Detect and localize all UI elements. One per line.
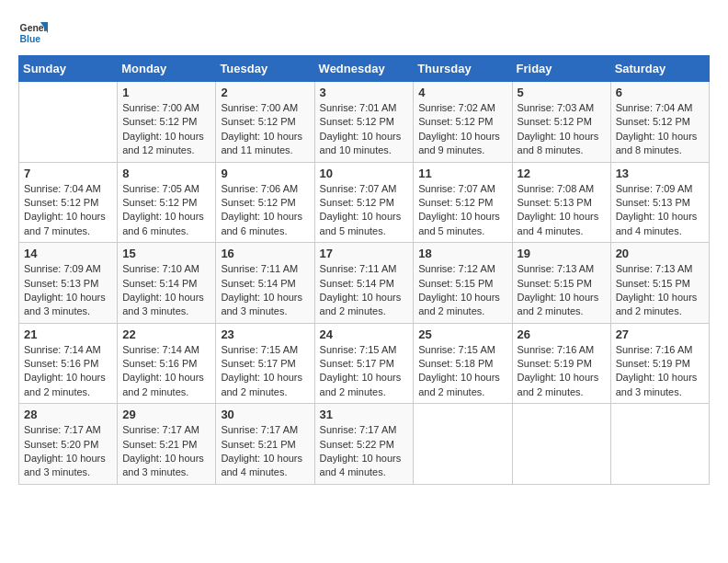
day-info: Sunrise: 7:00 AM Sunset: 5:12 PM Dayligh…	[221, 101, 309, 158]
day-number: 26	[518, 327, 606, 341]
calendar-cell: 11Sunrise: 7:07 AM Sunset: 5:12 PM Dayli…	[414, 162, 512, 243]
day-info: Sunrise: 7:13 AM Sunset: 5:15 PM Dayligh…	[518, 262, 606, 319]
day-info: Sunrise: 7:17 AM Sunset: 5:21 PM Dayligh…	[122, 423, 210, 480]
day-info: Sunrise: 7:15 AM Sunset: 5:17 PM Dayligh…	[221, 343, 309, 400]
day-number: 22	[122, 327, 210, 341]
calendar-cell: 9Sunrise: 7:06 AM Sunset: 5:12 PM Daylig…	[216, 162, 314, 243]
calendar-cell: 31Sunrise: 7:17 AM Sunset: 5:22 PM Dayli…	[314, 404, 414, 485]
calendar-cell: 30Sunrise: 7:17 AM Sunset: 5:21 PM Dayli…	[216, 404, 314, 485]
day-number: 11	[418, 167, 506, 180]
calendar-table: SundayMondayTuesdayWednesdayThursdayFrid…	[18, 55, 710, 485]
weekday-header-sunday: Sunday	[19, 56, 118, 82]
calendar-cell: 27Sunrise: 7:16 AM Sunset: 5:19 PM Dayli…	[610, 323, 709, 404]
day-number: 17	[320, 247, 409, 260]
day-info: Sunrise: 7:17 AM Sunset: 5:21 PM Dayligh…	[221, 423, 309, 480]
calendar-cell: 14Sunrise: 7:09 AM Sunset: 5:13 PM Dayli…	[19, 243, 118, 324]
weekday-header-saturday: Saturday	[610, 56, 709, 82]
day-info: Sunrise: 7:00 AM Sunset: 5:12 PM Dayligh…	[122, 101, 210, 158]
day-info: Sunrise: 7:02 AM Sunset: 5:12 PM Dayligh…	[418, 101, 506, 158]
day-info: Sunrise: 7:05 AM Sunset: 5:12 PM Dayligh…	[122, 182, 210, 239]
day-number: 4	[418, 86, 506, 99]
day-info: Sunrise: 7:08 AM Sunset: 5:13 PM Dayligh…	[518, 182, 606, 239]
day-number: 18	[418, 247, 506, 260]
weekday-header-row: SundayMondayTuesdayWednesdayThursdayFrid…	[19, 56, 710, 82]
day-number: 2	[221, 86, 309, 99]
day-info: Sunrise: 7:17 AM Sunset: 5:22 PM Dayligh…	[320, 423, 409, 480]
calendar-cell	[610, 404, 709, 485]
day-number: 3	[320, 86, 409, 99]
day-number: 14	[24, 247, 112, 260]
day-info: Sunrise: 7:07 AM Sunset: 5:12 PM Dayligh…	[418, 182, 506, 239]
day-info: Sunrise: 7:16 AM Sunset: 5:19 PM Dayligh…	[518, 343, 606, 400]
calendar-cell: 6Sunrise: 7:04 AM Sunset: 5:12 PM Daylig…	[610, 82, 709, 163]
day-number: 30	[221, 408, 309, 421]
day-info: Sunrise: 7:01 AM Sunset: 5:12 PM Dayligh…	[320, 101, 409, 158]
day-number: 24	[320, 327, 409, 341]
day-info: Sunrise: 7:04 AM Sunset: 5:12 PM Dayligh…	[616, 101, 704, 158]
day-number: 16	[221, 247, 309, 260]
calendar-cell: 28Sunrise: 7:17 AM Sunset: 5:20 PM Dayli…	[19, 404, 118, 485]
day-number: 13	[616, 167, 704, 180]
day-info: Sunrise: 7:11 AM Sunset: 5:14 PM Dayligh…	[221, 262, 309, 319]
svg-text:Blue: Blue	[20, 34, 41, 44]
day-info: Sunrise: 7:15 AM Sunset: 5:18 PM Dayligh…	[418, 343, 506, 400]
day-info: Sunrise: 7:10 AM Sunset: 5:14 PM Dayligh…	[122, 262, 210, 319]
day-number: 29	[122, 408, 210, 421]
calendar-cell: 7Sunrise: 7:04 AM Sunset: 5:12 PM Daylig…	[19, 162, 118, 243]
calendar-cell: 2Sunrise: 7:00 AM Sunset: 5:12 PM Daylig…	[216, 82, 314, 163]
calendar-cell	[512, 404, 610, 485]
weekday-header-thursday: Thursday	[414, 56, 512, 82]
logo-icon: General Blue	[18, 18, 48, 48]
calendar-week-row: 28Sunrise: 7:17 AM Sunset: 5:20 PM Dayli…	[19, 404, 710, 485]
weekday-header-wednesday: Wednesday	[314, 56, 414, 82]
calendar-cell: 10Sunrise: 7:07 AM Sunset: 5:12 PM Dayli…	[314, 162, 414, 243]
logo: General Blue	[18, 18, 48, 48]
day-number: 23	[221, 327, 309, 341]
calendar-cell: 12Sunrise: 7:08 AM Sunset: 5:13 PM Dayli…	[512, 162, 610, 243]
calendar-cell: 26Sunrise: 7:16 AM Sunset: 5:19 PM Dayli…	[512, 323, 610, 404]
day-info: Sunrise: 7:14 AM Sunset: 5:16 PM Dayligh…	[24, 343, 112, 400]
day-number: 9	[221, 167, 309, 180]
day-info: Sunrise: 7:14 AM Sunset: 5:16 PM Dayligh…	[122, 343, 210, 400]
day-info: Sunrise: 7:16 AM Sunset: 5:19 PM Dayligh…	[616, 343, 704, 400]
calendar-cell: 29Sunrise: 7:17 AM Sunset: 5:21 PM Dayli…	[118, 404, 216, 485]
day-number: 15	[122, 247, 210, 260]
day-number: 25	[418, 327, 506, 341]
calendar-cell	[414, 404, 512, 485]
day-number: 31	[320, 408, 409, 421]
day-number: 21	[24, 327, 112, 341]
calendar-cell: 21Sunrise: 7:14 AM Sunset: 5:16 PM Dayli…	[19, 323, 118, 404]
calendar-week-row: 21Sunrise: 7:14 AM Sunset: 5:16 PM Dayli…	[19, 323, 710, 404]
day-info: Sunrise: 7:13 AM Sunset: 5:15 PM Dayligh…	[616, 262, 704, 319]
calendar-week-row: 7Sunrise: 7:04 AM Sunset: 5:12 PM Daylig…	[19, 162, 710, 243]
calendar-cell: 5Sunrise: 7:03 AM Sunset: 5:12 PM Daylig…	[512, 82, 610, 163]
day-number: 1	[122, 86, 210, 99]
calendar-week-row: 14Sunrise: 7:09 AM Sunset: 5:13 PM Dayli…	[19, 243, 710, 324]
day-info: Sunrise: 7:09 AM Sunset: 5:13 PM Dayligh…	[24, 262, 112, 319]
day-info: Sunrise: 7:03 AM Sunset: 5:12 PM Dayligh…	[518, 101, 606, 158]
calendar-cell: 15Sunrise: 7:10 AM Sunset: 5:14 PM Dayli…	[118, 243, 216, 324]
calendar-week-row: 1Sunrise: 7:00 AM Sunset: 5:12 PM Daylig…	[19, 82, 710, 163]
day-number: 5	[518, 86, 606, 99]
calendar-cell: 1Sunrise: 7:00 AM Sunset: 5:12 PM Daylig…	[118, 82, 216, 163]
calendar-cell: 16Sunrise: 7:11 AM Sunset: 5:14 PM Dayli…	[216, 243, 314, 324]
day-info: Sunrise: 7:11 AM Sunset: 5:14 PM Dayligh…	[320, 262, 409, 319]
day-info: Sunrise: 7:07 AM Sunset: 5:12 PM Dayligh…	[320, 182, 409, 239]
day-number: 6	[616, 86, 704, 99]
calendar-cell: 17Sunrise: 7:11 AM Sunset: 5:14 PM Dayli…	[314, 243, 414, 324]
day-info: Sunrise: 7:06 AM Sunset: 5:12 PM Dayligh…	[221, 182, 309, 239]
day-info: Sunrise: 7:09 AM Sunset: 5:13 PM Dayligh…	[616, 182, 704, 239]
calendar-cell: 19Sunrise: 7:13 AM Sunset: 5:15 PM Dayli…	[512, 243, 610, 324]
day-number: 12	[518, 167, 606, 180]
day-number: 28	[24, 408, 112, 421]
calendar-cell: 23Sunrise: 7:15 AM Sunset: 5:17 PM Dayli…	[216, 323, 314, 404]
calendar-cell: 22Sunrise: 7:14 AM Sunset: 5:16 PM Dayli…	[118, 323, 216, 404]
calendar-cell: 20Sunrise: 7:13 AM Sunset: 5:15 PM Dayli…	[610, 243, 709, 324]
day-info: Sunrise: 7:04 AM Sunset: 5:12 PM Dayligh…	[24, 182, 112, 239]
day-info: Sunrise: 7:17 AM Sunset: 5:20 PM Dayligh…	[24, 423, 112, 480]
day-info: Sunrise: 7:15 AM Sunset: 5:17 PM Dayligh…	[320, 343, 409, 400]
page-header: General Blue	[18, 18, 710, 48]
calendar-cell: 24Sunrise: 7:15 AM Sunset: 5:17 PM Dayli…	[314, 323, 414, 404]
calendar-cell: 4Sunrise: 7:02 AM Sunset: 5:12 PM Daylig…	[414, 82, 512, 163]
day-number: 8	[122, 167, 210, 180]
